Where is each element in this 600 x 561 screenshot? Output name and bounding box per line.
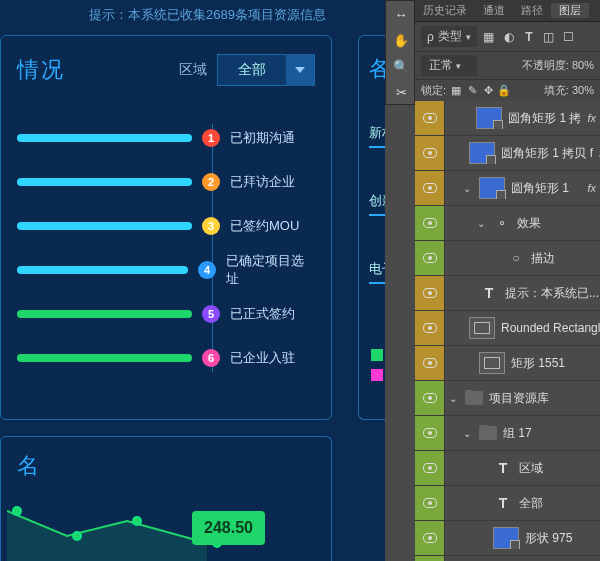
step-label: 已企业入驻 [230,349,295,367]
status-bar [17,134,192,142]
expand-chevron[interactable]: ⌄ [463,183,473,194]
tool-hand[interactable]: ✋ [386,27,416,53]
step-badge: 6 [202,349,220,367]
layer-row[interactable]: ⌄项目资源库 [415,381,600,416]
layer-row[interactable]: T区域 [415,451,600,486]
expand-chevron[interactable]: ⌄ [477,218,487,229]
step-label: 已拜访企业 [230,173,295,191]
visibility-toggle[interactable] [415,241,445,275]
eye-icon [423,533,437,543]
step-label: 已确定项目选址 [226,252,315,288]
layer-row[interactable]: 矩形 1551 [415,346,600,381]
expand-chevron[interactable]: ⌄ [449,393,459,404]
visibility-toggle[interactable] [415,556,445,561]
eye-icon [423,183,437,193]
eye-icon [423,428,437,438]
layer-row[interactable]: ⌄圆角矩形 1fx [415,171,600,206]
filter-label: 类型 [438,28,462,45]
layer-name: 项目资源库 [489,390,549,407]
visibility-toggle[interactable] [415,346,445,380]
status-bar [17,354,192,362]
visibility-toggle[interactable] [415,416,445,450]
visibility-toggle[interactable] [415,136,445,170]
eye-icon [423,218,437,228]
layer-thumb [476,107,502,129]
folder-icon [479,426,497,440]
step-label: 已签约MOU [230,217,299,235]
region-value: 全部 [218,61,286,79]
layer-name: 提示：本系统已... [505,285,599,302]
panel3-title: 名 [17,451,315,481]
chart-point [12,506,22,516]
tool-zoom[interactable]: 🔍 [386,53,416,79]
visibility-toggle[interactable] [415,451,445,485]
tool-crop[interactable]: ✂ [386,79,416,105]
layer-row[interactable]: ○描边 [415,241,600,276]
legend-swatch [371,369,383,381]
region-dropdown-button[interactable] [286,54,314,86]
layer-row[interactable]: Rounded Rectangle 5 ...fx [415,311,600,346]
step-badge: 3 [202,217,220,235]
layer-thumb [469,142,495,164]
region-label: 区域 [179,61,207,79]
opacity-value[interactable]: 80% [572,59,594,71]
tool-arrow[interactable]: ↔ [386,1,416,27]
filter-kind[interactable]: ρ类型▾ [421,26,477,47]
eye-icon [423,393,437,403]
layer-name: 全部 [519,495,543,512]
lock-trans-icon[interactable]: ▦ [450,85,462,97]
layer-row[interactable]: 圆角矩形 1 拷fx [415,101,600,136]
layer-row[interactable]: ⌄⚬效果 [415,206,600,241]
layer-row[interactable]: T提示：本系统已... [415,276,600,311]
fill-value[interactable]: 30% [572,84,594,96]
visibility-toggle[interactable] [415,206,445,240]
lock-all-icon[interactable]: 🔒 [498,85,510,97]
layer-row[interactable]: T全部 [415,486,600,521]
visibility-toggle[interactable] [415,486,445,520]
filter-smart-icon[interactable]: ☐ [561,29,577,45]
visibility-toggle[interactable] [415,311,445,345]
fx-item-icon: ○ [507,251,525,265]
fx-indicator: fx [587,182,596,194]
filter-text-icon[interactable]: T [521,29,537,45]
opacity-label: 不透明度: [522,59,569,71]
eye-icon [423,113,437,123]
visibility-toggle[interactable] [415,101,445,135]
region-select[interactable]: 全部 [217,54,315,86]
filter-adjust-icon[interactable]: ◐ [501,29,517,45]
layer-name: 圆角矩形 1 拷 [508,110,581,127]
panel-tabs: 历史记录 通道 路径 图层 [415,0,600,22]
expand-chevron[interactable]: ⌄ [463,428,473,439]
tab-layers[interactable]: 图层 [551,3,589,18]
layer-name: 区域 [519,460,543,477]
layer-row[interactable]: 圆角矩形 1 拷贝 ffx [415,136,600,171]
visibility-toggle[interactable] [415,521,445,555]
caret-down-icon [295,67,305,73]
lock-brush-icon[interactable]: ✎ [466,85,478,97]
status-bar [17,178,192,186]
visibility-toggle[interactable] [415,276,445,310]
layer-row[interactable]: ⌄组 17 [415,416,600,451]
layer-name: 组 17 [503,425,532,442]
blend-mode-select[interactable]: 正常 ▾ [421,55,477,76]
tab-channels[interactable]: 通道 [475,3,513,18]
layer-row[interactable]: 形状 975 [415,521,600,556]
status-bar [17,266,188,274]
step-badge: 4 [198,261,216,279]
line-chart: 248.50 [17,481,315,561]
tab-paths[interactable]: 路径 [513,3,551,18]
visibility-toggle[interactable] [415,171,445,205]
tab-history[interactable]: 历史记录 [415,3,475,18]
eye-icon [423,463,437,473]
layer-row[interactable]: 圆角矩形 1 拷fx [415,556,600,561]
layer-name: 形状 975 [525,530,572,547]
filter-pixel-icon[interactable]: ▦ [481,29,497,45]
step-label: 已正式签约 [230,305,295,323]
panel-title: 情况 [17,55,65,85]
filter-shape-icon[interactable]: ◫ [541,29,557,45]
svg-marker-0 [7,511,207,561]
status-bar [17,222,192,230]
visibility-toggle[interactable] [415,381,445,415]
lock-pos-icon[interactable]: ✥ [482,85,494,97]
status-row: 1 已初期沟通 [17,116,315,160]
